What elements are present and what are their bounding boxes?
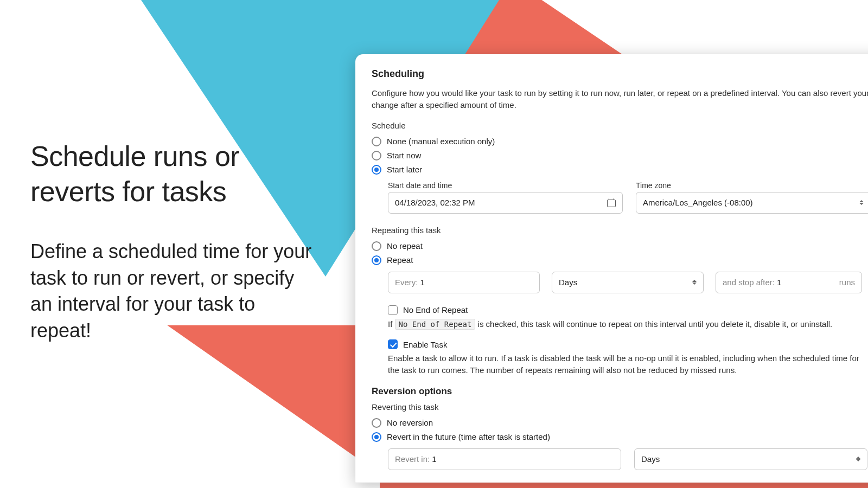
repeat-option-none[interactable]: No repeat bbox=[372, 239, 868, 253]
radio-icon[interactable] bbox=[372, 241, 381, 251]
schedule-option-later[interactable]: Start later bbox=[372, 163, 868, 177]
radio-label: No repeat bbox=[387, 241, 423, 251]
start-datetime-label: Start date and time bbox=[388, 181, 623, 190]
radio-icon[interactable] bbox=[372, 165, 381, 175]
reversion-title: Reversion options bbox=[372, 386, 868, 397]
revert-unit-value: Days bbox=[641, 454, 660, 464]
radio-icon[interactable] bbox=[372, 432, 381, 442]
no-end-code: No End of Repeat bbox=[395, 319, 476, 330]
schedule-label: Schedule bbox=[372, 121, 868, 130]
revert-prefix: Revert in: bbox=[395, 454, 430, 464]
radio-label: Start later bbox=[387, 165, 422, 174]
radio-icon[interactable] bbox=[372, 255, 381, 265]
calendar-icon bbox=[607, 198, 616, 207]
panel-title: Scheduling bbox=[372, 68, 868, 80]
radio-label: Repeat bbox=[387, 255, 413, 265]
repeat-every-input[interactable]: Every: 1 bbox=[388, 272, 540, 293]
reversion-label: Reverting this task bbox=[372, 402, 868, 412]
radio-label: Revert in the future (time after task is… bbox=[387, 432, 550, 441]
repeat-unit-select[interactable]: Days bbox=[552, 272, 704, 293]
stop-prefix: and stop after: bbox=[723, 278, 775, 287]
radio-icon[interactable] bbox=[372, 151, 381, 160]
radio-icon[interactable] bbox=[372, 418, 381, 428]
enable-help: Enable a task to allow it to run. If a t… bbox=[388, 352, 868, 376]
no-end-help: If No End of Repeat is checked, this tas… bbox=[388, 318, 868, 330]
stop-after-input[interactable]: and stop after: 1 runs bbox=[716, 272, 862, 293]
panel-desc: Configure how you would like your task t… bbox=[372, 87, 868, 111]
revert-in-input[interactable]: Revert in: 1 bbox=[388, 448, 621, 470]
chevron-sort-icon bbox=[692, 280, 697, 285]
marketing-headline: Schedule runs or reverts for tasks bbox=[30, 139, 312, 209]
repeat-label: Repeating this task bbox=[372, 226, 868, 235]
repeat-unit-value: Days bbox=[559, 278, 577, 287]
revert-value: 1 bbox=[432, 454, 436, 464]
marketing-body: Define a scheduled time for your task to… bbox=[30, 239, 312, 344]
marketing-copy: Schedule runs or reverts for tasks Defin… bbox=[30, 139, 312, 344]
schedule-option-none[interactable]: None (manual execution only) bbox=[372, 134, 868, 149]
enable-task-label: Enable Task bbox=[403, 340, 447, 349]
scheduling-panel: Scheduling Configure how you would like … bbox=[355, 54, 868, 483]
start-datetime-value: 04/18/2023, 02:32 PM bbox=[395, 198, 475, 207]
timezone-value: America/Los_Angeles (-08:00) bbox=[643, 198, 753, 207]
no-end-checkbox[interactable] bbox=[388, 305, 398, 315]
start-datetime-input[interactable]: 04/18/2023, 02:32 PM bbox=[388, 192, 623, 214]
stop-suffix: runs bbox=[839, 278, 855, 287]
radio-label: Start now bbox=[387, 151, 421, 160]
chevron-sort-icon bbox=[859, 200, 864, 205]
radio-label: None (manual execution only) bbox=[387, 137, 495, 146]
timezone-select[interactable]: America/Los_Angeles (-08:00) bbox=[636, 192, 868, 214]
enable-task-checkbox[interactable] bbox=[388, 339, 398, 349]
revert-unit-select[interactable]: Days bbox=[634, 448, 867, 470]
stop-value: 1 bbox=[777, 278, 781, 287]
radio-icon[interactable] bbox=[372, 137, 381, 146]
timezone-label: Time zone bbox=[636, 181, 868, 190]
no-end-label: No End of Repeat bbox=[403, 305, 468, 314]
reversion-option-future[interactable]: Revert in the future (time after task is… bbox=[372, 430, 868, 444]
chevron-sort-icon bbox=[856, 457, 860, 461]
repeat-option-repeat[interactable]: Repeat bbox=[372, 253, 868, 267]
schedule-option-now[interactable]: Start now bbox=[372, 149, 868, 163]
every-prefix: Every: bbox=[395, 278, 418, 287]
every-value: 1 bbox=[420, 278, 425, 287]
reversion-option-none[interactable]: No reversion bbox=[372, 416, 868, 430]
radio-label: No reversion bbox=[387, 418, 433, 427]
